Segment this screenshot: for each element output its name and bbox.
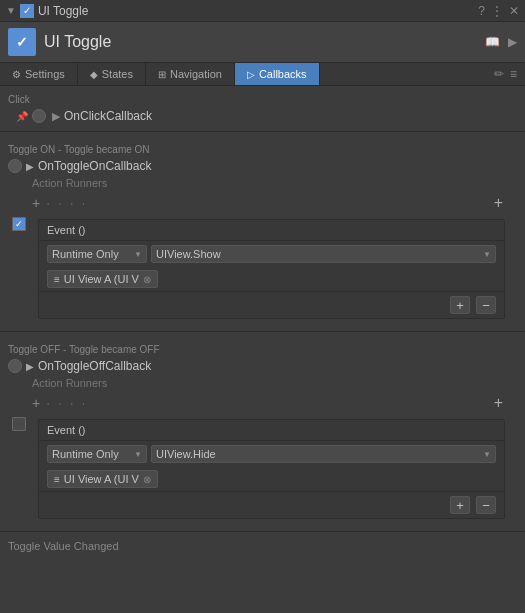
tab-callbacks-label: Callbacks <box>259 68 307 80</box>
title-bar-left: ▼ ✓ UI Toggle <box>6 4 478 18</box>
title-text: UI Toggle <box>38 4 88 18</box>
toggle-off-action-label: UIView.Hide <box>156 448 216 460</box>
menu-icon[interactable]: ⋮ <box>491 4 503 18</box>
title-bar-actions: ? ⋮ ✕ <box>478 4 519 18</box>
tab-edit-icons: ✏ ≡ <box>494 67 525 81</box>
tab-callbacks[interactable]: ▷ Callbacks <box>235 63 320 85</box>
toggle-off-plus-btn[interactable]: + <box>450 496 470 514</box>
toggle-off-minus-btn[interactable]: − <box>476 496 496 514</box>
help-icon[interactable]: ? <box>478 4 485 18</box>
toggle-on-tag-row: ≡ UI View A (UI V ⊗ <box>39 267 504 291</box>
toggle-on-callback-row: ▶ OnToggleOnCallback <box>8 157 517 175</box>
toggle-off-tag: ≡ UI View A (UI V ⊗ <box>47 470 158 488</box>
click-label: Click <box>8 90 517 107</box>
toggle-off-circle-btn[interactable] <box>8 359 22 373</box>
toggle-on-add-row: + · · · · + <box>8 191 517 215</box>
chevron-down-icon: ▼ <box>6 5 16 16</box>
toggle-on-callback-name: OnToggleOnCallback <box>38 159 151 173</box>
toggle-on-event-footer: + − <box>39 291 504 318</box>
toggle-off-add-runner-btn[interactable]: + <box>32 395 40 411</box>
toggle-on-event-wrapper: ✓ Event () Runtime Only ▼ UIView.Show ▼ … <box>8 215 517 323</box>
toggle-on-section: Toggle ON - Toggle became ON ▶ OnToggleO… <box>0 136 525 327</box>
toggle-off-section: Toggle OFF - Toggle became OFF ▶ OnToggl… <box>0 336 525 527</box>
toggle-off-tag-icon: ≡ <box>54 474 60 485</box>
edit-icon[interactable]: ✏ <box>494 67 504 81</box>
title-checkbox[interactable]: ✓ <box>20 4 34 18</box>
toggle-off-event-wrapper: Event () Runtime Only ▼ UIView.Hide ▼ ≡ … <box>8 415 517 523</box>
toggle-off-label: Toggle OFF - Toggle became OFF <box>8 340 517 357</box>
toggle-on-runtime-select[interactable]: Runtime Only ▼ <box>47 245 147 263</box>
states-icon: ◆ <box>90 69 98 80</box>
tab-navigation[interactable]: ⊞ Navigation <box>146 63 235 85</box>
component-icon: ✓ <box>8 28 36 56</box>
click-arrow: ▶ <box>52 110 60 123</box>
toggle-on-action-arrow: ▼ <box>483 250 491 259</box>
toggle-on-tag: ≡ UI View A (UI V ⊗ <box>47 270 158 288</box>
toggle-on-dots: · · · · <box>46 195 87 211</box>
main-content: Click 📌 ▶ OnClickCallback Toggle ON - To… <box>0 86 525 605</box>
toggle-on-plus-right[interactable]: + <box>494 194 509 212</box>
toggle-off-dots: · · · · <box>46 395 87 411</box>
settings-icon: ⚙ <box>12 69 21 80</box>
component-name: UI Toggle <box>44 33 111 51</box>
toggle-on-checkbox[interactable]: ✓ <box>12 217 26 231</box>
toggle-on-action-runners-label: Action Runners <box>8 175 517 191</box>
toggle-off-arrow: ▶ <box>26 361 34 372</box>
play-icon[interactable]: ▶ <box>508 35 517 49</box>
toggle-off-event-block: Event () Runtime Only ▼ UIView.Hide ▼ ≡ … <box>38 419 505 519</box>
toggle-on-arrow: ▶ <box>26 161 34 172</box>
toggle-on-minus-btn[interactable]: − <box>476 296 496 314</box>
tab-settings[interactable]: ⚙ Settings <box>0 63 78 85</box>
book-icon[interactable]: 📖 <box>485 35 500 49</box>
click-section: Click 📌 ▶ OnClickCallback <box>0 86 525 127</box>
toggle-on-event-header: Event () <box>39 220 504 241</box>
toggle-on-tag-icon: ≡ <box>54 274 60 285</box>
toggle-off-event-row: Runtime Only ▼ UIView.Hide ▼ <box>39 441 504 467</box>
toggle-off-tag-close[interactable]: ⊗ <box>143 474 151 485</box>
reorder-icon[interactable]: ≡ <box>510 67 517 81</box>
tab-states[interactable]: ◆ States <box>78 63 146 85</box>
toggle-off-runtime-arrow: ▼ <box>134 450 142 459</box>
pin-icon: 📌 <box>16 111 28 122</box>
toggle-on-runtime-label: Runtime Only <box>52 248 119 260</box>
toggle-off-event-header: Event () <box>39 420 504 441</box>
tab-states-label: States <box>102 68 133 80</box>
component-header: ✓ UI Toggle 📖 ▶ <box>0 22 525 63</box>
toggle-off-callback-name: OnToggleOffCallback <box>38 359 151 373</box>
title-bar: ▼ ✓ UI Toggle ? ⋮ ✕ <box>0 0 525 22</box>
toggle-off-runtime-select[interactable]: Runtime Only ▼ <box>47 445 147 463</box>
close-icon[interactable]: ✕ <box>509 4 519 18</box>
toggle-off-action-select[interactable]: UIView.Hide ▼ <box>151 445 496 463</box>
toggle-off-event-footer: + − <box>39 491 504 518</box>
toggle-on-add-runner-btn[interactable]: + <box>32 195 40 211</box>
toggle-off-action-runners-label: Action Runners <box>8 375 517 391</box>
toggle-on-event-block: Event () Runtime Only ▼ UIView.Show ▼ ≡ … <box>38 219 505 319</box>
toggle-on-action-select[interactable]: UIView.Show ▼ <box>151 245 496 263</box>
toggle-on-circle-btn[interactable] <box>8 159 22 173</box>
click-circle-btn[interactable] <box>32 109 46 123</box>
toggle-on-action-label: UIView.Show <box>156 248 221 260</box>
click-callback-name: OnClickCallback <box>64 109 152 123</box>
toggle-on-runtime-arrow: ▼ <box>134 250 142 259</box>
toggle-on-tag-close[interactable]: ⊗ <box>143 274 151 285</box>
toggle-on-label: Toggle ON - Toggle became ON <box>8 140 517 157</box>
toggle-off-tag-row: ≡ UI View A (UI V ⊗ <box>39 467 504 491</box>
toggle-off-checkbox[interactable] <box>12 417 26 431</box>
toggle-on-event-row: Runtime Only ▼ UIView.Show ▼ <box>39 241 504 267</box>
toggle-off-action-arrow: ▼ <box>483 450 491 459</box>
tab-settings-label: Settings <box>25 68 65 80</box>
callbacks-icon: ▷ <box>247 69 255 80</box>
toggle-off-tag-label: UI View A (UI V <box>64 473 139 485</box>
toggle-off-plus-right[interactable]: + <box>494 394 509 412</box>
component-header-right: 📖 ▶ <box>485 35 517 49</box>
toggle-on-tag-label: UI View A (UI V <box>64 273 139 285</box>
toggle-off-runtime-label: Runtime Only <box>52 448 119 460</box>
tabs: ⚙ Settings ◆ States ⊞ Navigation ▷ Callb… <box>0 63 525 86</box>
toggle-value-changed-label: Toggle Value Changed <box>0 536 525 556</box>
toggle-off-callback-row: ▶ OnToggleOffCallback <box>8 357 517 375</box>
toggle-off-add-row: + · · · · + <box>8 391 517 415</box>
click-callback-row: 📌 ▶ OnClickCallback <box>8 107 517 125</box>
tab-navigation-label: Navigation <box>170 68 222 80</box>
toggle-on-plus-btn[interactable]: + <box>450 296 470 314</box>
navigation-icon: ⊞ <box>158 69 166 80</box>
